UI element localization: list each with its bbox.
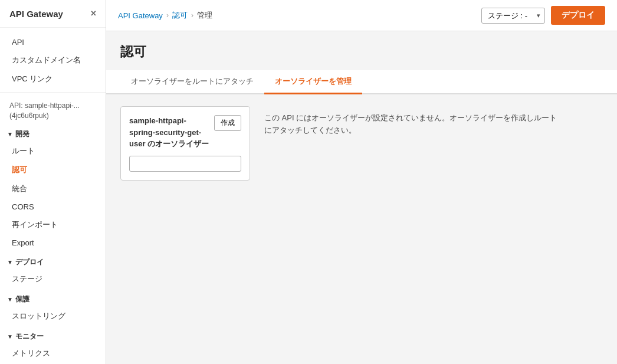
close-icon[interactable]: × <box>91 8 96 19</box>
page-title: 認可 <box>120 43 603 61</box>
authorizer-card-header: sample-httpapi-spring-security-get-user … <box>129 115 241 150</box>
arrow-icon-deploy: ▼ <box>7 259 13 265</box>
deploy-button[interactable]: デプロイ <box>551 6 605 25</box>
topbar-right: ステージ : - デプロイ <box>481 6 605 25</box>
breadcrumb: API Gateway › 認可 › 管理 <box>118 10 212 21</box>
sidebar-item-export[interactable]: Export <box>0 234 106 251</box>
arrow-icon: ▼ <box>7 131 13 137</box>
main: API Gateway › 認可 › 管理 ステージ : - デプロイ 認可 オ… <box>106 0 617 364</box>
stage-select-wrapper: ステージ : - <box>481 8 545 24</box>
breadcrumb-sep-1: › <box>166 11 169 19</box>
tabs: オーソライザーをルートにアタッチ オーソライザーを管理 <box>106 70 617 94</box>
page-content: 認可 オーソライザーをルートにアタッチ オーソライザーを管理 sample-ht… <box>106 31 617 364</box>
breadcrumb-manage: 管理 <box>197 10 212 21</box>
topbar: API Gateway › 認可 › 管理 ステージ : - デプロイ <box>106 0 617 31</box>
sidebar-item-cors[interactable]: CORS <box>0 198 106 215</box>
section-monitor[interactable]: ▼ モニター <box>0 326 106 344</box>
create-button[interactable]: 作成 <box>214 115 241 131</box>
sidebar-item-api[interactable]: API <box>0 34 106 51</box>
sidebar-header: API Gateway × <box>0 0 106 28</box>
tab-attach[interactable]: オーソライザーをルートにアタッチ <box>120 70 264 94</box>
sidebar-title: API Gateway <box>9 9 63 19</box>
section-monitor-label: モニター <box>15 332 44 342</box>
search-wrapper: 🔍 <box>129 156 241 172</box>
section-deploy-label: デプロイ <box>15 257 44 267</box>
arrow-icon-protection: ▼ <box>7 296 13 303</box>
sidebar-item-routes[interactable]: ルート <box>0 142 106 160</box>
sidebar-item-integration[interactable]: 統合 <box>0 179 106 198</box>
sidebar-item-auth[interactable]: 認可 <box>0 160 106 179</box>
api-label: API: sample-httpapi-...(4jc6u6rpuk) <box>0 96 106 123</box>
sidebar-item-custom-domain[interactable]: カスタムドメイン名 <box>0 51 106 70</box>
sidebar-item-stage[interactable]: ステージ <box>0 270 106 288</box>
empty-state: この API にはオーソライザーが設定されていません。オーソライザーを作成しルー… <box>264 106 559 137</box>
sidebar-nav: API カスタムドメイン名 VPC リンク API: sample-httpap… <box>0 28 106 364</box>
stage-select[interactable]: ステージ : - <box>481 8 545 24</box>
section-dev-label: 開発 <box>15 129 29 139</box>
arrow-icon-monitor: ▼ <box>7 333 13 340</box>
tab-manage[interactable]: オーソライザーを管理 <box>264 70 362 94</box>
breadcrumb-sep-2: › <box>191 11 193 19</box>
sidebar-item-reimport[interactable]: 再インポート <box>0 215 106 234</box>
empty-state-text: この API にはオーソライザーが設定されていません。オーソライザーを作成しルー… <box>264 112 559 137</box>
breadcrumb-api-gateway[interactable]: API Gateway <box>118 11 163 20</box>
content-row: sample-httpapi-spring-security-get-user … <box>120 106 603 181</box>
sidebar-item-metrics[interactable]: メトリクス <box>0 344 106 363</box>
section-dev[interactable]: ▼ 開発 <box>0 123 106 142</box>
authorizer-card-title: sample-httpapi-spring-security-get-user … <box>129 115 209 150</box>
section-protection-label: 保護 <box>15 294 29 304</box>
section-protection[interactable]: ▼ 保護 <box>0 288 106 307</box>
breadcrumb-auth[interactable]: 認可 <box>172 10 188 21</box>
section-deploy[interactable]: ▼ デプロイ <box>0 251 106 270</box>
sidebar: API Gateway × API カスタムドメイン名 VPC リンク API:… <box>0 0 106 364</box>
sidebar-item-throttling[interactable]: スロットリング <box>0 307 106 326</box>
sidebar-item-vpc-link[interactable]: VPC リンク <box>0 70 106 88</box>
authorizer-card: sample-httpapi-spring-security-get-user … <box>120 106 250 181</box>
search-input[interactable] <box>129 156 241 172</box>
